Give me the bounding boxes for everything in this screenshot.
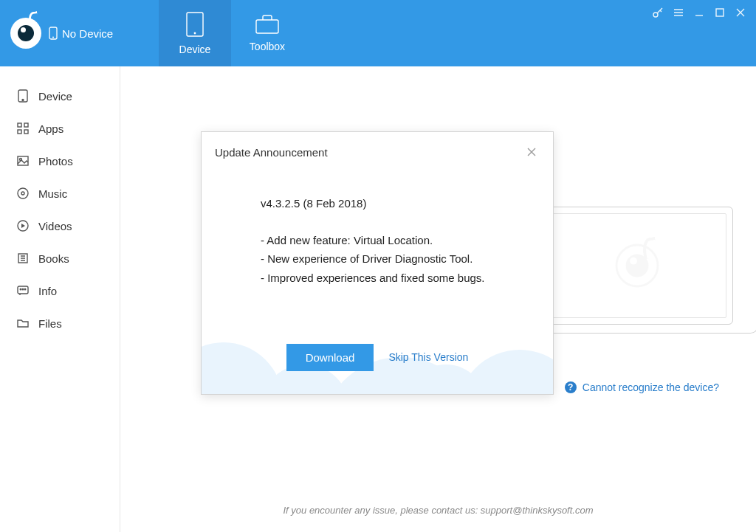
release-note: - New experience of Driver Diagnostic To… (261, 249, 509, 269)
sidebar-item-label: Device (38, 90, 72, 103)
apps-icon (16, 122, 30, 134)
sidebar: Device Apps Photos Music Videos Books In… (0, 66, 120, 532)
sidebar-item-info[interactable]: Info (0, 274, 120, 307)
device-tab-icon (185, 11, 205, 38)
svg-point-1 (52, 37, 54, 38)
release-note: - Add new feature: Virtual Location. (261, 231, 509, 250)
sidebar-item-photos[interactable]: Photos (0, 145, 120, 177)
sidebar-item-label: Files (38, 317, 62, 330)
app-logo-icon (10, 18, 41, 49)
svg-rect-4 (256, 20, 278, 33)
sidebar-item-device[interactable]: Device (0, 80, 120, 112)
modal-close-button[interactable] (523, 144, 540, 160)
svg-point-15 (18, 188, 28, 198)
minimize-icon[interactable] (690, 4, 709, 21)
sidebar-item-music[interactable]: Music (0, 177, 120, 210)
sidebar-item-label: Apps (38, 122, 63, 135)
svg-point-20 (20, 289, 21, 290)
svg-rect-7 (18, 90, 27, 102)
device-status: No Device (49, 27, 113, 40)
toolbox-icon (255, 14, 280, 35)
sidebar-item-label: Info (38, 285, 57, 297)
top-tabs: Device Toolbox (159, 0, 303, 66)
window-controls (642, 0, 756, 25)
help-link-label: Cannot recognize the device? (583, 381, 719, 393)
svg-point-22 (24, 289, 26, 290)
svg-point-8 (22, 100, 24, 101)
skip-version-link[interactable]: Skip This Version (388, 351, 468, 363)
download-button[interactable]: Download (286, 344, 374, 371)
phone-outline-icon (49, 27, 58, 40)
modal-version-line: v4.3.2.5 (8 Feb 2018) (261, 194, 509, 213)
device-status-label: No Device (62, 27, 113, 40)
modal-title: Update Announcement (215, 146, 328, 159)
videos-icon (16, 220, 30, 232)
sidebar-item-books[interactable]: Books (0, 242, 120, 274)
brand-area: No Device (0, 0, 159, 66)
photos-icon (16, 156, 30, 166)
key-icon[interactable] (648, 4, 667, 21)
tab-toolbox[interactable]: Toolbox (231, 0, 303, 66)
svg-rect-9 (18, 123, 21, 127)
sidebar-item-videos[interactable]: Videos (0, 210, 120, 242)
sidebar-item-label: Photos (38, 155, 73, 167)
content-area: ? Cannot recognize the device? If you en… (120, 66, 756, 532)
tab-toolbox-label: Toolbox (250, 41, 285, 52)
modal-body: v4.3.2.5 (8 Feb 2018) - Add new feature:… (202, 165, 553, 287)
tab-device-label: Device (179, 44, 211, 55)
question-icon: ? (565, 381, 577, 393)
sidebar-item-files[interactable]: Files (0, 307, 120, 339)
svg-point-16 (21, 192, 24, 195)
info-icon (16, 286, 30, 296)
tab-device[interactable]: Device (159, 0, 231, 66)
sidebar-item-apps[interactable]: Apps (0, 112, 120, 145)
main-area: Device Apps Photos Music Videos Books In… (0, 66, 756, 532)
music-icon (16, 187, 30, 199)
svg-rect-10 (24, 123, 28, 127)
svg-rect-11 (18, 130, 21, 134)
release-note: - Improved experiences and fixed some bu… (261, 269, 509, 288)
update-modal: Update Announcement v4.3.2.5 (8 Feb 2018… (201, 131, 554, 395)
svg-point-3 (194, 32, 196, 35)
footer-text: If you encounter any issue, please conta… (120, 505, 756, 516)
device-icon (16, 89, 30, 103)
sidebar-item-label: Books (38, 252, 69, 265)
menu-icon[interactable] (669, 4, 688, 21)
svg-rect-6 (716, 9, 724, 16)
sidebar-item-label: Music (38, 187, 67, 200)
files-icon (16, 318, 30, 328)
close-icon (526, 147, 537, 157)
close-window-icon[interactable] (731, 4, 750, 21)
svg-rect-12 (24, 130, 28, 134)
sidebar-item-label: Videos (38, 220, 72, 232)
maximize-icon[interactable] (710, 4, 729, 21)
svg-point-21 (22, 289, 24, 290)
help-recognize-link[interactable]: ? Cannot recognize the device? (565, 381, 719, 393)
books-icon (16, 252, 30, 264)
titlebar: No Device Device Toolbox (0, 0, 756, 66)
modal-footer: Download Skip This Version (202, 320, 553, 394)
